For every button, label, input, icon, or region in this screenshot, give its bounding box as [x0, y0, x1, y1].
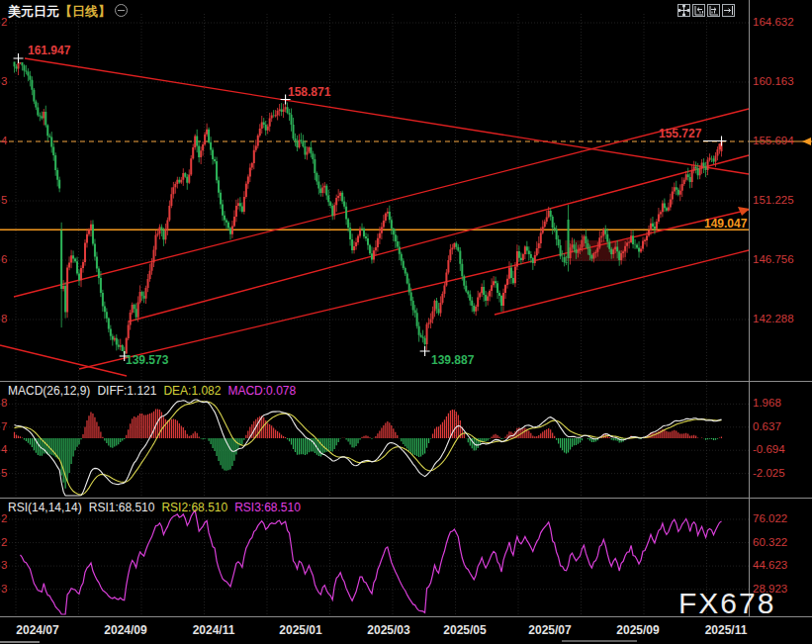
price-axis-label: 164.632 [753, 16, 794, 28]
macd-axis-left-digit: 8 [1, 397, 7, 409]
price-axis-left-digit: 6 [1, 253, 7, 265]
rsi-axis-label: 76.022 [753, 512, 787, 524]
price-annotation: 161.947 [28, 44, 70, 57]
price-axis-left-digit: 2 [1, 16, 7, 28]
macd-params-label: MACD(26,12,9) [8, 384, 90, 398]
rsi-axis-label: 44.623 [753, 559, 787, 571]
price-annotation: 139.573 [126, 353, 168, 367]
rsi-axis-left-digit: 3 [1, 583, 7, 595]
chart-toolbar [677, 4, 735, 17]
rsi-axis-label: 28.923 [753, 583, 787, 595]
price-axis-label: 160.163 [753, 75, 794, 87]
price-annotation: 139.887 [431, 353, 474, 367]
rsi-indicator-row: RSI(14,14,14)RSI1:68.510RSI2:68.510RSI3:… [8, 501, 308, 514]
macd-axis-left-digit: 4 [1, 443, 7, 455]
price-axis-label: 155.694 [753, 135, 794, 146]
macd-macd-value: MACD:0.078 [227, 384, 296, 398]
scrollbar-thumb-mid[interactable] [562, 640, 637, 642]
x-axis-date-label: 2025/01 [270, 623, 331, 637]
macd-axis-left-digit: 5 [1, 467, 7, 479]
x-axis-date-label: 2025/05 [434, 623, 496, 637]
price-axis-label: 142.288 [753, 313, 794, 324]
price-annotation: 149.047 [704, 217, 747, 230]
price-axis-label: 146.756 [753, 253, 794, 265]
rsi3-value: RSI3:68.510 [234, 501, 301, 514]
scroll-left-icon[interactable] [692, 4, 705, 17]
x-axis-date-label: 2025/11 [695, 623, 757, 637]
symbol-title: 美元日元 [8, 4, 59, 19]
rsi2-value: RSI2:68.510 [161, 501, 227, 514]
rsi1-value: RSI1:68.510 [89, 501, 155, 514]
x-axis-date-label: 2025/03 [358, 623, 419, 637]
scrollbar-thumb-left[interactable] [0, 641, 40, 643]
price-annotation: 155.727 [659, 127, 701, 140]
rsi-axis-label: 60.322 [753, 536, 787, 548]
macd-diff-value: DIFF:1.121 [97, 384, 156, 398]
macd-dea-value: DEA:1.082 [163, 384, 221, 398]
macd-axis-left-digit: 7 [1, 420, 7, 432]
price-axis-left-digit: 8 [1, 313, 7, 324]
jump-to-latest-icon[interactable] [722, 4, 735, 17]
rsi-axis-left-digit: 2 [1, 536, 7, 548]
zoom-out-icon[interactable] [115, 4, 128, 17]
price-axis-left-digit: 5 [1, 194, 7, 206]
chart-canvas[interactable] [0, 0, 812, 644]
chart-title: 美元日元【日线】 [8, 3, 128, 21]
macd-axis-label: 0.637 [753, 420, 781, 432]
price-annotation: 158.871 [288, 85, 330, 99]
x-axis-date-label: 2024/11 [183, 623, 244, 637]
price-axis-label: 151.225 [753, 194, 794, 206]
macd-axis-label: -2.025 [753, 467, 785, 479]
chart-window: 美元日元【日线】 MACD(26,12,9)DIFF:1.121DEA:1.08… [0, 0, 812, 644]
x-axis-date-label: 2025/09 [607, 623, 669, 637]
macd-axis-label: 1.968 [753, 397, 781, 409]
rsi-axis-left-digit: 3 [1, 559, 7, 571]
rsi-params-label: RSI(14,14,14) [8, 501, 82, 514]
macd-indicator-row: MACD(26,12,9)DIFF:1.121DEA:1.082MACD:0.0… [8, 384, 303, 398]
price-axis-left-digit: 3 [1, 75, 7, 87]
price-axis-left-digit: 4 [1, 135, 7, 146]
x-axis-date-label: 2025/07 [519, 623, 581, 637]
scroll-right-icon[interactable] [707, 4, 720, 17]
macd-axis-label: -0.694 [753, 443, 785, 455]
period-tag: 【日线】 [59, 4, 111, 19]
x-axis-date-label: 2024/09 [95, 623, 156, 637]
rsi-axis-left-digit: 2 [1, 512, 7, 524]
pan-crosshair-icon[interactable] [677, 4, 690, 17]
x-axis-date-label: 2024/07 [7, 623, 68, 637]
